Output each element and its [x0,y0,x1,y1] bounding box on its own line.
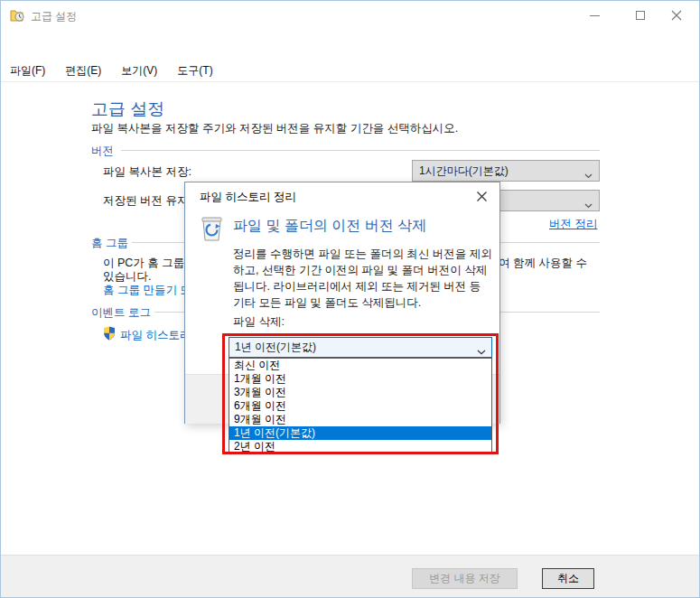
shield-icon [103,326,116,343]
delete-files-label: 파일 삭제: [233,314,285,330]
option-3-months[interactable]: 3개월 이전 [229,386,491,399]
section-homegroup-label: 홈 그룹 [91,236,128,251]
minimize-button[interactable] [574,1,615,30]
save-frequency-dropdown[interactable]: 1시간마다(기본값) [412,160,600,182]
option-2-years[interactable]: 2년 이전 [229,440,491,453]
window-title: 고급 설정 [31,9,77,24]
chevron-down-icon [584,169,593,182]
page-title: 고급 설정 [91,98,164,121]
keep-versions-label: 저장된 버전 유지: [103,193,191,209]
menu-edit[interactable]: 편집(E) [65,63,101,79]
chevron-down-icon [584,199,593,211]
option-6-months[interactable]: 6개월 이전 [229,399,491,413]
file-history-eventlog-link[interactable]: 파일 히스토리 [120,328,184,343]
option-9-months[interactable]: 9개월 이전 [229,413,491,426]
file-history-icon [10,8,25,25]
footer-bar: 변경 내용 저장 취소 [1,555,699,598]
navigation-toolbar: ← → ↑ › 제어판 › 시스템 및 보안 › 파일 히스토리 › 고급 설정 [1,31,699,61]
cancel-button[interactable]: 취소 [542,568,594,589]
version-cleanup-link[interactable]: 버전 정리 [549,217,597,232]
chevron-down-icon [477,345,486,358]
option-1-year-default[interactable]: 1년 이전(기본값) [229,426,491,440]
title-bar: 고급 설정 [1,1,699,31]
dialog-body-text: 정리를 수행하면 파일 또는 폴더의 최신 버전을 제외하고, 선택한 기간 이… [233,246,492,311]
advanced-settings-window: 고급 설정 ← → ↑ › 제어판 › 시스템 및 보안 › [0,0,700,598]
file-copy-save-label: 파일 복사본 저장: [103,164,191,180]
menu-tools[interactable]: 도구(T) [177,63,212,79]
save-frequency-value: 1시간마다(기본값) [419,164,509,179]
delete-files-dropdown[interactable]: 1년 이전(기본값) [229,337,492,358]
delete-files-option-list: 최신 이전 1개월 이전 3개월 이전 6개월 이전 9개월 이전 1년 이전(… [229,358,492,454]
menu-file[interactable]: 파일(F) [10,63,45,79]
menu-view[interactable]: 보기(V) [121,63,157,79]
option-1-month[interactable]: 1개월 이전 [229,372,491,386]
page-description: 파일 복사본을 저장할 주기와 저장된 버전을 유지할 기간을 선택하십시오. [91,121,458,136]
maximize-button[interactable] [620,1,660,30]
delete-files-dropdown-value: 1년 이전(기본값) [235,340,316,355]
menu-bar: 파일(F) 편집(E) 보기(V) 도구(T) [1,61,699,82]
section-eventlog-label: 이벤트 로그 [91,305,151,321]
homegroup-text-line1-right: 여 함께 사용할 수 [499,256,600,271]
recycle-bin-icon [200,215,224,245]
section-version-label: 버전 [91,144,114,159]
option-latest[interactable]: 최신 이전 [229,359,491,372]
create-homegroup-link[interactable]: 홈 그룹 만들기 또 [103,283,184,298]
section-divider [121,150,600,151]
dialog-heading: 파일 및 폴더의 이전 버전 삭제 [233,217,426,236]
dialog-title: 파일 히스토리 정리 [200,190,296,205]
dialog-close-icon[interactable] [476,191,488,205]
close-button[interactable] [656,1,696,30]
save-changes-button[interactable]: 변경 내용 저장 [412,568,518,589]
